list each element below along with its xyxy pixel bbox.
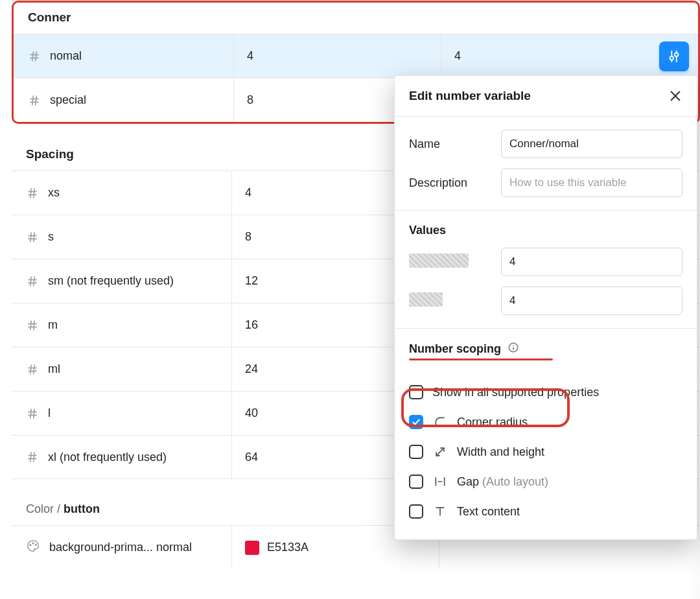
svg-line-39: [34, 452, 35, 462]
close-icon[interactable]: [668, 89, 682, 103]
description-input[interactable]: [501, 169, 682, 197]
number-icon: [26, 363, 39, 376]
number-icon: [28, 94, 41, 107]
svg-line-23: [34, 276, 35, 286]
values-title: Values: [409, 224, 682, 237]
number-icon: [26, 275, 39, 288]
corner-radius-icon: [432, 416, 448, 429]
variable-name: m: [48, 318, 58, 332]
svg-line-27: [34, 320, 35, 330]
svg-line-35: [34, 408, 35, 418]
scoping-title: Number scoping: [409, 342, 501, 356]
svg-point-41: [32, 543, 34, 544]
number-icon: [26, 319, 39, 332]
table-row[interactable]: nomal 4 4: [14, 34, 698, 78]
text-icon: [432, 505, 448, 518]
svg-line-15: [34, 188, 35, 198]
checkbox-icon[interactable]: [409, 385, 423, 399]
svg-line-38: [30, 452, 32, 462]
checkbox-icon[interactable]: [409, 475, 423, 489]
variable-name: xl (not frequently used): [48, 451, 167, 464]
svg-point-47: [513, 345, 514, 346]
number-icon: [26, 231, 39, 244]
svg-line-18: [30, 232, 32, 242]
field-label-description: Description: [409, 176, 493, 190]
scope-option-text-content[interactable]: Text content: [409, 497, 682, 526]
number-icon: [26, 187, 39, 200]
number-icon: [26, 407, 39, 420]
checkbox-icon[interactable]: [409, 504, 423, 519]
variable-value-col2[interactable]: 4: [441, 34, 698, 78]
number-icon: [26, 451, 39, 464]
svg-line-26: [30, 320, 32, 330]
svg-point-6: [670, 56, 674, 60]
scope-option-label: Corner radius: [457, 416, 528, 429]
svg-line-2: [32, 51, 34, 61]
variable-name: l: [48, 406, 51, 420]
variable-name: special: [50, 93, 86, 107]
checkbox-icon[interactable]: [409, 415, 423, 429]
variable-name: sm (not frequently used): [48, 274, 174, 288]
info-icon[interactable]: [508, 342, 519, 357]
svg-line-11: [36, 95, 37, 105]
scope-option-label: Width and height: [457, 445, 544, 459]
field-label-name: Name: [409, 137, 493, 151]
svg-line-14: [30, 188, 32, 198]
svg-line-30: [30, 364, 32, 374]
section-title: Conner: [14, 3, 698, 34]
scope-option-label: Show in all supported properties: [432, 386, 599, 399]
svg-point-40: [30, 545, 31, 546]
variable-name: nomal: [50, 49, 82, 63]
popover-title: Edit number variable: [409, 89, 531, 103]
scope-option-label: Text content: [457, 505, 520, 519]
svg-line-3: [36, 51, 37, 61]
mode-value-input[interactable]: [501, 248, 682, 276]
variable-name: ml: [48, 362, 60, 376]
gap-icon: [432, 475, 448, 488]
scope-option-label: Gap (Auto layout): [457, 475, 548, 489]
edit-variable-button[interactable]: [659, 41, 689, 71]
variable-name: xs: [48, 186, 60, 200]
resize-icon: [432, 445, 448, 458]
scope-option-width-height[interactable]: Width and height: [409, 437, 682, 467]
name-input[interactable]: [501, 130, 682, 158]
scope-option-corner-radius[interactable]: Corner radius: [409, 407, 682, 437]
variable-name: s: [48, 230, 54, 244]
scope-option-gap[interactable]: Gap (Auto layout): [409, 467, 682, 497]
mode-label: [409, 292, 493, 310]
svg-line-31: [34, 364, 35, 374]
scope-option-all[interactable]: Show in all supported properties: [409, 377, 682, 407]
annotation-underline: [409, 358, 553, 360]
color-swatch: [245, 541, 259, 555]
svg-line-10: [32, 95, 34, 105]
svg-line-19: [34, 232, 35, 242]
edit-variable-popover: Edit number variable Name Description Va…: [394, 75, 697, 540]
variable-value-col1[interactable]: 4: [234, 34, 441, 78]
mode-value-input[interactable]: [501, 287, 682, 315]
svg-line-22: [30, 276, 32, 286]
color-icon: [26, 539, 40, 556]
svg-line-48: [436, 448, 444, 456]
svg-point-7: [675, 53, 679, 56]
variable-name: background-prima... normal: [49, 541, 192, 554]
mode-label: [409, 253, 493, 271]
svg-point-42: [35, 545, 36, 546]
number-icon: [28, 50, 41, 63]
svg-line-34: [30, 408, 32, 418]
checkbox-icon[interactable]: [409, 445, 423, 459]
